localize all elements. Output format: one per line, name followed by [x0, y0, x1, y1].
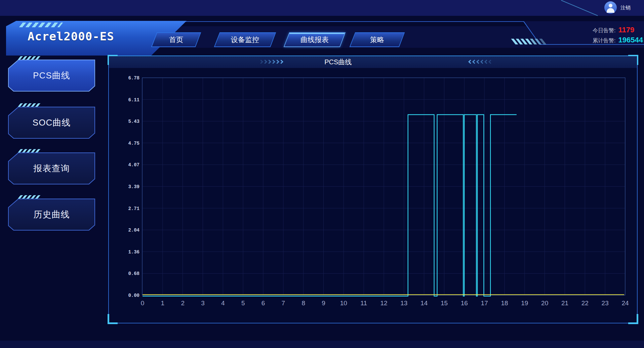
sidebar-group-pcs: PCS曲线 — [8, 56, 95, 92]
sidebar-item-history-curve[interactable]: 历史曲线 — [8, 199, 95, 231]
sidebar-item-history-curve-label: 历史曲线 — [8, 199, 95, 231]
svg-text:22: 22 — [581, 300, 589, 307]
svg-text:16: 16 — [461, 300, 468, 307]
chevrons-left-icon — [469, 60, 492, 63]
svg-text:18: 18 — [501, 300, 508, 307]
today-alarm-value: 1179 — [618, 26, 634, 34]
logo-stripes-decoration — [19, 23, 63, 27]
sidebar-item-soc-curve-label: SOC曲线 — [8, 107, 95, 139]
total-alarm-label: 累计告警: — [593, 38, 615, 43]
sidebar-group-soc: SOC曲线 — [8, 103, 95, 139]
svg-text:23: 23 — [602, 300, 609, 307]
tab-device-monitor[interactable]: 设备监控 — [214, 32, 276, 47]
topbar-diagonal-decoration — [561, 0, 598, 16]
svg-text:0: 0 — [141, 300, 145, 307]
svg-text:15: 15 — [441, 300, 448, 307]
tab-curve-report-label: 曲线报表 — [287, 33, 342, 46]
svg-text:4.07: 4.07 — [128, 162, 139, 168]
tab-strategy-label: 策略 — [353, 33, 401, 46]
svg-text:4.75: 4.75 — [128, 141, 139, 146]
chart-panel: 6.786.115.434.754.073.392.712.041.360.68… — [108, 56, 638, 323]
svg-text:1.36: 1.36 — [128, 249, 139, 255]
svg-text:6.78: 6.78 — [128, 75, 139, 81]
svg-text:21: 21 — [561, 300, 568, 307]
svg-text:3.39: 3.39 — [128, 184, 139, 189]
button-stripes-decoration — [18, 195, 41, 199]
sidebar-group-history: 历史曲线 — [8, 195, 95, 231]
sidebar-item-pcs-curve-label: PCS曲线 — [8, 60, 95, 92]
svg-text:11: 11 — [360, 300, 367, 307]
sidebar-item-report-query-label: 报表查询 — [8, 152, 95, 184]
sidebar-item-report-query[interactable]: 报表查询 — [8, 152, 95, 184]
svg-text:6: 6 — [261, 300, 265, 307]
today-alarm-label: 今日告警: — [593, 28, 615, 33]
logout-button[interactable]: 注销 — [620, 5, 631, 11]
svg-text:4: 4 — [221, 300, 225, 307]
svg-text:6.11: 6.11 — [128, 97, 139, 103]
svg-text:0.68: 0.68 — [128, 271, 139, 276]
pcs-curve-chart: 6.786.115.434.754.073.392.712.041.360.68… — [109, 56, 637, 323]
svg-text:13: 13 — [400, 300, 407, 307]
button-stripes-decoration — [18, 103, 41, 107]
svg-text:2: 2 — [181, 300, 185, 307]
svg-text:0.00: 0.00 — [128, 293, 139, 298]
sidebar-group-report: 报表查询 — [8, 149, 95, 184]
bottom-strip — [0, 341, 644, 348]
svg-text:3: 3 — [201, 300, 205, 307]
sidebar-item-soc-curve[interactable]: SOC曲线 — [8, 107, 95, 139]
svg-text:9: 9 — [322, 300, 325, 307]
panel-title: PCS曲线 — [324, 56, 352, 68]
total-alarm-value: 196544 — [618, 36, 643, 44]
topbar: 注销 — [0, 0, 644, 16]
button-stripes-decoration — [18, 149, 41, 152]
svg-text:12: 12 — [380, 300, 387, 307]
today-alarm-row: 今日告警:1179 — [593, 26, 634, 34]
tab-strategy[interactable]: 策略 — [350, 32, 405, 47]
tab-device-monitor-label: 设备监控 — [217, 33, 273, 46]
svg-text:19: 19 — [521, 300, 528, 307]
svg-text:2.71: 2.71 — [128, 206, 139, 211]
svg-text:8: 8 — [301, 300, 305, 307]
svg-text:1: 1 — [161, 300, 165, 307]
svg-text:7: 7 — [282, 300, 285, 307]
svg-text:24: 24 — [621, 300, 629, 307]
sidebar-item-pcs-curve[interactable]: PCS曲线 — [8, 60, 95, 92]
button-stripes-decoration — [18, 56, 41, 60]
tab-curve-report[interactable]: 曲线报表 — [284, 32, 346, 47]
header-chevron-stripes-decoration — [513, 39, 546, 44]
tab-home[interactable]: 首页 — [151, 32, 201, 47]
svg-text:20: 20 — [541, 300, 548, 307]
svg-text:5: 5 — [241, 300, 245, 307]
svg-text:2.04: 2.04 — [128, 228, 139, 233]
svg-text:10: 10 — [340, 300, 347, 307]
total-alarm-row: 累计告警:196544 — [593, 36, 643, 44]
user-avatar-icon[interactable] — [604, 1, 617, 14]
panel-titlebar: PCS曲线 — [109, 56, 637, 68]
tab-home-label: 首页 — [155, 33, 198, 46]
svg-text:14: 14 — [420, 300, 428, 307]
chevrons-right-icon — [259, 60, 283, 63]
svg-text:5.43: 5.43 — [128, 119, 139, 124]
svg-text:17: 17 — [481, 300, 488, 307]
app-title: Acrel2000-ES — [28, 30, 114, 43]
